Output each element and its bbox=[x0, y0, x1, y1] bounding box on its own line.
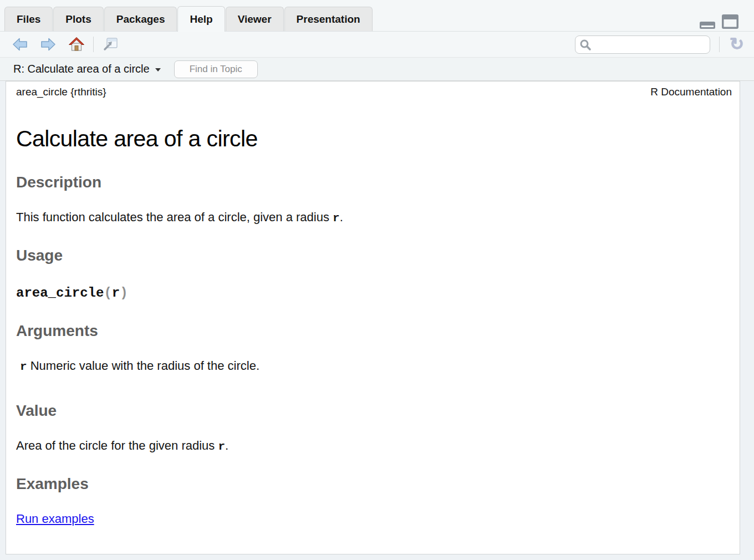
open-in-new-window-button[interactable] bbox=[103, 38, 118, 52]
arrow-left-icon bbox=[12, 45, 28, 53]
doc-header-right: R Documentation bbox=[650, 86, 732, 98]
arrow-right-icon bbox=[40, 45, 56, 53]
tab-label: Files bbox=[17, 13, 40, 26]
reload-icon: ↻ bbox=[730, 34, 744, 54]
section-paragraph: Area of the circle for the given radius … bbox=[16, 439, 732, 454]
topic-dropdown[interactable]: R: Calculate area of a circle bbox=[13, 63, 161, 75]
doc-header: area_circle {rthritis} R Documentation bbox=[16, 86, 732, 98]
open-in-new-window-icon bbox=[103, 45, 118, 53]
help-document: area_circle {rthritis} R Documentation C… bbox=[6, 81, 740, 554]
tab-label: Plots bbox=[65, 13, 91, 26]
tab-packages[interactable]: Packages bbox=[104, 7, 177, 31]
section-description: DescriptionThis function calculates the … bbox=[16, 174, 732, 225]
tab-presentation[interactable]: Presentation bbox=[284, 7, 373, 31]
section-heading: Description bbox=[16, 174, 732, 191]
section-arguments: Argumentsr Numeric value with the radius… bbox=[16, 323, 732, 374]
section-examples: ExamplesRun examples bbox=[16, 476, 732, 526]
section-value: ValueArea of the circle for the given ra… bbox=[16, 403, 732, 454]
doc-header-left: area_circle {rthritis} bbox=[16, 86, 106, 98]
tab-label: Viewer bbox=[238, 13, 272, 26]
help-toolbar: ↻ bbox=[0, 32, 754, 58]
tab-plots[interactable]: Plots bbox=[53, 7, 103, 31]
tab-label: Packages bbox=[116, 13, 165, 26]
section-paragraph: r Numeric value with the radius of the c… bbox=[16, 359, 732, 374]
section-usage: Usagearea_circle(r) bbox=[16, 247, 732, 301]
section-heading: Value bbox=[16, 403, 732, 420]
window-controls bbox=[700, 14, 738, 29]
tab-help[interactable]: Help bbox=[177, 6, 225, 32]
forward-button[interactable] bbox=[40, 37, 56, 52]
caret-down-icon bbox=[155, 68, 161, 72]
examples-paragraph: Run examples bbox=[16, 512, 732, 526]
section-paragraph: This function calculates the area of a c… bbox=[16, 210, 732, 225]
topic-title-label: R: Calculate area of a circle bbox=[13, 63, 150, 75]
usage-code: area_circle(r) bbox=[16, 286, 732, 301]
toolbar-separator-right bbox=[719, 37, 720, 52]
section-heading: Usage bbox=[16, 247, 732, 264]
run-examples-link[interactable]: Run examples bbox=[16, 512, 94, 526]
tab-label: Help bbox=[190, 13, 212, 26]
back-button[interactable] bbox=[12, 37, 28, 52]
maximize-pane-button[interactable] bbox=[722, 14, 738, 29]
tab-viewer[interactable]: Viewer bbox=[226, 7, 284, 31]
magnifier-icon bbox=[579, 39, 592, 53]
home-icon bbox=[69, 45, 84, 54]
help-search bbox=[575, 35, 710, 54]
toolbar-separator bbox=[93, 37, 94, 52]
pane-top-chrome: FilesPlotsPackagesHelpViewerPresentation bbox=[0, 0, 754, 32]
refresh-button[interactable]: ↻ bbox=[728, 37, 745, 52]
page-title: Calculate area of a circle bbox=[16, 126, 732, 152]
section-heading: Arguments bbox=[16, 323, 732, 340]
search-input[interactable] bbox=[575, 35, 710, 54]
minimize-pane-button[interactable] bbox=[700, 22, 715, 29]
doc-sections: DescriptionThis function calculates the … bbox=[16, 174, 732, 526]
home-button[interactable] bbox=[69, 37, 84, 52]
tab-files[interactable]: Files bbox=[4, 7, 53, 31]
tab-bar: FilesPlotsPackagesHelpViewerPresentation bbox=[0, 7, 754, 32]
topic-bar: R: Calculate area of a circle Find in To… bbox=[0, 58, 754, 81]
find-in-topic-button[interactable]: Find in Topic bbox=[174, 60, 258, 78]
tab-label: Presentation bbox=[297, 13, 360, 26]
section-heading: Examples bbox=[16, 476, 732, 493]
maximize-icon bbox=[722, 22, 738, 30]
minimize-icon bbox=[700, 22, 715, 30]
